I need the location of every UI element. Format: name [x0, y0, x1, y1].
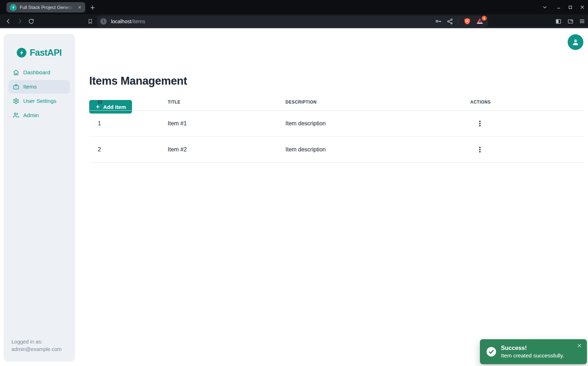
sidebar-item-dashboard[interactable]: Dashboard: [9, 66, 70, 79]
brave-shield-icon[interactable]: [463, 17, 471, 25]
browser-tab[interactable]: Full Stack Project Genera: [6, 2, 85, 12]
new-tab-button[interactable]: [88, 3, 97, 12]
bookmark-icon[interactable]: [85, 14, 96, 28]
cell-actions: [462, 118, 584, 129]
brave-rewards-icon[interactable]: 1: [476, 17, 485, 26]
navigation-toolbar: i localhost/items 1: [0, 14, 588, 28]
sidebar-panel-icon[interactable]: [553, 14, 564, 28]
share-icon[interactable]: [447, 18, 453, 25]
check-circle-icon: [486, 346, 497, 357]
sidebar-item-label: Items: [23, 84, 37, 90]
users-icon: [13, 112, 19, 119]
cell-title: Item #1: [159, 120, 277, 127]
home-icon: [13, 69, 19, 76]
col-header-title: TITLE: [159, 100, 277, 105]
brand: FastAPI: [4, 34, 75, 58]
menu-icon[interactable]: [577, 14, 587, 28]
items-table: ID TITLE DESCRIPTION ACTIONS 1 Item #1 I…: [89, 94, 584, 163]
tab-search-icon[interactable]: [539, 0, 551, 14]
col-header-id: ID: [89, 100, 159, 105]
logged-in-email: admin@example.com: [11, 346, 61, 353]
url-text: localhost/items: [111, 19, 435, 24]
cell-description: Item description: [277, 146, 462, 153]
sidebar-item-user-settings[interactable]: User Settings: [9, 94, 70, 108]
browser-window: Full Stack Project Genera: [0, 0, 588, 366]
sidebar: FastAPI Dashboard Items User Settings A: [4, 34, 75, 362]
col-header-description: DESCRIPTION: [277, 100, 462, 105]
tab-title: Full Stack Project Genera: [20, 5, 74, 10]
rewards-badge: 1: [482, 16, 487, 21]
minimize-button[interactable]: [553, 0, 564, 14]
user-avatar-button[interactable]: [568, 34, 583, 50]
maximize-button[interactable]: [564, 0, 576, 14]
site-info-icon[interactable]: i: [100, 18, 107, 25]
user-avatar-icon: [571, 38, 580, 46]
fastapi-logo-icon: [17, 48, 26, 57]
items-table-body: 1 Item #1 Item description 2 Item #2 Ite…: [89, 111, 584, 163]
fastapi-favicon-icon: [10, 4, 17, 11]
sidebar-footer: Logged in as: admin@example.com: [11, 338, 61, 353]
col-header-actions: ACTIONS: [462, 100, 584, 105]
table-row: 1 Item #1 Item description: [89, 111, 584, 137]
forward-icon[interactable]: [14, 14, 25, 28]
cell-description: Item description: [277, 120, 462, 127]
logged-in-label: Logged in as:: [11, 338, 61, 346]
table-header-row: ID TITLE DESCRIPTION ACTIONS: [89, 94, 584, 111]
row-actions-kebab-icon[interactable]: [475, 118, 485, 129]
sidebar-item-items[interactable]: Items: [9, 80, 70, 94]
sidebar-item-admin[interactable]: Admin: [9, 109, 70, 122]
url-path: /items: [131, 19, 145, 24]
url-host: localhost: [111, 19, 131, 24]
cell-id: 1: [89, 120, 159, 127]
success-toast: Success! Item created successfully.: [480, 339, 587, 364]
back-icon[interactable]: [3, 14, 14, 28]
reload-icon[interactable]: [26, 14, 36, 28]
sidebar-nav: Dashboard Items User Settings Admin: [4, 66, 75, 122]
close-window-button[interactable]: [576, 0, 588, 14]
briefcase-icon: [13, 84, 19, 90]
toast-title: Success!: [501, 345, 564, 351]
wallet-icon[interactable]: [565, 14, 576, 28]
gear-icon: [13, 98, 19, 104]
row-actions-kebab-icon[interactable]: [475, 144, 485, 155]
toast-close-icon[interactable]: [576, 342, 583, 349]
sidebar-item-label: User Settings: [23, 98, 56, 104]
tab-bar: Full Stack Project Genera: [0, 0, 588, 14]
tab-close-icon[interactable]: [77, 5, 82, 10]
page-content: FastAPI Dashboard Items User Settings A: [0, 30, 588, 366]
window-controls: [539, 0, 588, 14]
brand-name: FastAPI: [30, 47, 62, 58]
cell-actions: [462, 144, 584, 155]
toast-message: Item created successfully.: [501, 352, 564, 359]
key-icon[interactable]: [435, 18, 442, 25]
sidebar-item-label: Admin: [23, 112, 39, 119]
table-row: 2 Item #2 Item description: [89, 137, 584, 163]
address-bar[interactable]: i localhost/items 1: [97, 16, 488, 27]
toolbar-separator: [458, 18, 458, 25]
page-title: Items Management: [89, 75, 187, 87]
cell-id: 2: [89, 146, 159, 153]
sidebar-item-label: Dashboard: [23, 69, 50, 76]
cell-title: Item #2: [159, 146, 277, 153]
